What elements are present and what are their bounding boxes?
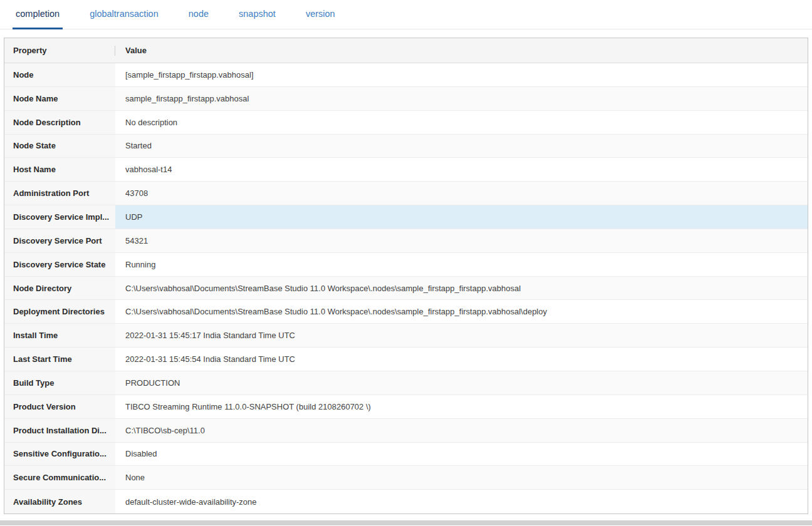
column-header-property: Property xyxy=(4,46,115,55)
value-cell: 43708 xyxy=(115,182,808,205)
table-row[interactable]: Secure Communicatio...None xyxy=(4,466,808,490)
value-cell: 2022-01-31 15:45:17 India Standard Time … xyxy=(115,324,808,347)
properties-table: Property Value Node[sample_firstapp_firs… xyxy=(4,38,808,514)
value-cell: UDP xyxy=(115,205,808,229)
value-cell: Started xyxy=(115,135,808,158)
table-row[interactable]: Deployment DirectoriesC:\Users\vabhosal\… xyxy=(4,300,808,324)
table-body: Node[sample_firstapp_firstapp.vabhosal]N… xyxy=(4,63,808,513)
page: completionglobaltransactionnodesnapshotv… xyxy=(0,0,812,526)
property-cell: Product Installation Di... xyxy=(4,419,115,442)
property-cell: Sensitive Configuratio... xyxy=(4,443,115,466)
table-row[interactable]: Discovery Service Impl...UDP xyxy=(4,205,808,229)
tab-snapshot[interactable]: snapshot xyxy=(236,0,279,29)
table-row[interactable]: Install Time2022-01-31 15:45:17 India St… xyxy=(4,324,808,348)
tab-bar: completionglobaltransactionnodesnapshotv… xyxy=(0,0,812,29)
table-row[interactable]: Node StateStarted xyxy=(4,135,808,158)
property-cell: Build Type xyxy=(4,371,115,394)
property-cell: Administration Port xyxy=(4,182,115,205)
tab-completion[interactable]: completion xyxy=(13,0,63,29)
value-cell: C:\Users\vabhosal\Documents\StreamBase S… xyxy=(115,300,808,323)
table-row[interactable]: Sensitive Configuratio...Disabled xyxy=(4,443,808,467)
value-cell: default-cluster-wide-availability-zone xyxy=(115,490,808,513)
value-cell: No description xyxy=(115,111,808,134)
table-row[interactable]: Product VersionTIBCO Streaming Runtime 1… xyxy=(4,395,808,419)
property-cell: Node State xyxy=(4,135,115,158)
table-row[interactable]: Availability Zonesdefault-cluster-wide-a… xyxy=(4,490,808,513)
value-cell: Running xyxy=(115,253,808,276)
table-row[interactable]: Node Namesample_firstapp_firstapp.vabhos… xyxy=(4,87,808,111)
property-cell: Install Time xyxy=(4,324,115,347)
table-row[interactable]: Node DescriptionNo description xyxy=(4,111,808,135)
property-cell: Product Version xyxy=(4,395,115,418)
table-row[interactable]: Product Installation Di...C:\TIBCO\sb-ce… xyxy=(4,419,808,443)
value-cell: C:\TIBCO\sb-cep\11.0 xyxy=(115,419,808,442)
property-cell: Secure Communicatio... xyxy=(4,466,115,489)
table-row[interactable]: Discovery Service Port54321 xyxy=(4,229,808,253)
property-cell: Discovery Service Impl... xyxy=(4,205,115,229)
value-cell: C:\Users\vabhosal\Documents\StreamBase S… xyxy=(115,277,808,300)
property-cell: Deployment Directories xyxy=(4,300,115,323)
table-row[interactable]: Last Start Time2022-01-31 15:45:54 India… xyxy=(4,348,808,371)
table-row[interactable]: Administration Port43708 xyxy=(4,182,808,205)
property-cell: Node xyxy=(4,63,115,86)
property-cell: Discovery Service State xyxy=(4,253,115,276)
value-cell: PRODUCTION xyxy=(115,371,808,394)
value-cell: [sample_firstapp_firstapp.vabhosal] xyxy=(115,63,808,86)
property-cell: Availability Zones xyxy=(4,490,115,513)
tab-version[interactable]: version xyxy=(303,0,338,29)
value-cell: vabhosal-t14 xyxy=(115,158,808,181)
property-cell: Node Name xyxy=(4,87,115,110)
tab-node[interactable]: node xyxy=(185,0,212,29)
value-cell: 54321 xyxy=(115,229,808,252)
value-cell: None xyxy=(115,466,808,489)
horizontal-scrollbar[interactable] xyxy=(0,520,812,525)
table-row[interactable]: Build TypePRODUCTION xyxy=(4,371,808,395)
property-cell: Node Description xyxy=(4,111,115,134)
property-cell: Node Directory xyxy=(4,277,115,300)
table-row[interactable]: Host Namevabhosal-t14 xyxy=(4,158,808,182)
tab-globaltransaction[interactable]: globaltransaction xyxy=(86,0,162,29)
table-header: Property Value xyxy=(4,38,808,63)
property-cell: Discovery Service Port xyxy=(4,229,115,252)
property-cell: Last Start Time xyxy=(4,348,115,371)
value-cell: Disabled xyxy=(115,443,808,466)
table-row[interactable]: Node DirectoryC:\Users\vabhosal\Document… xyxy=(4,277,808,301)
table-row[interactable]: Node[sample_firstapp_firstapp.vabhosal] xyxy=(4,63,808,87)
value-cell: sample_firstapp_firstapp.vabhosal xyxy=(115,87,808,110)
table-row[interactable]: Discovery Service StateRunning xyxy=(4,253,808,277)
value-cell: 2022-01-31 15:45:54 India Standard Time … xyxy=(115,348,808,371)
property-cell: Host Name xyxy=(4,158,115,181)
value-cell: TIBCO Streaming Runtime 11.0.0-SNAPSHOT … xyxy=(115,395,808,418)
column-header-value: Value xyxy=(115,46,808,55)
